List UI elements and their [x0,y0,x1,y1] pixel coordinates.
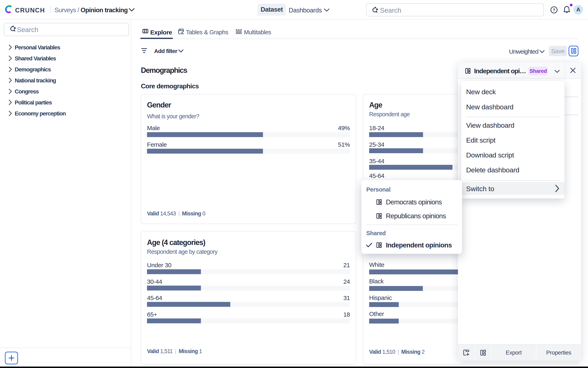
svg-text:?: ? [553,8,555,12]
